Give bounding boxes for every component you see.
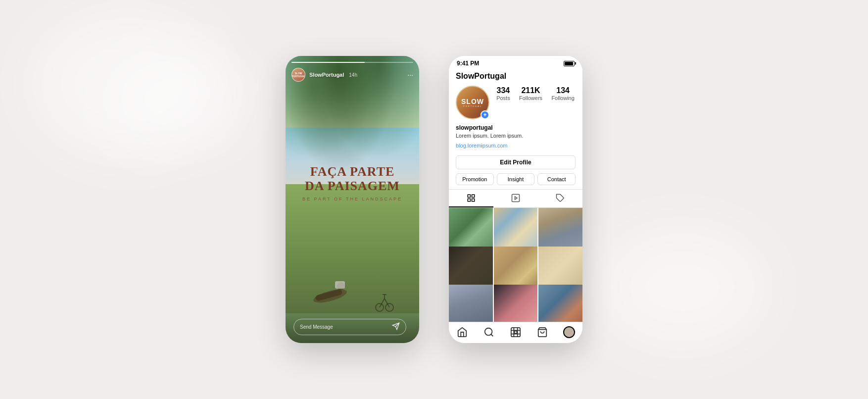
nav-profile[interactable] [556,326,582,338]
grid-cell-4[interactable] [449,247,493,291]
story-send-message-field[interactable]: Send Message [293,319,406,335]
svg-point-21 [514,331,517,334]
story-progress-fill [291,62,365,63]
bio-link[interactable]: blog.loremipsum.com [456,143,508,149]
bio-text: Lorem ipsum. Lorem ipsum. [456,132,576,140]
tab-grid-icon[interactable] [449,190,493,207]
story-username: SlowPortugal [309,72,344,78]
stats-numbers: 334 Posts 211K Followers 134 Following [495,86,576,101]
svg-rect-3 [335,281,345,289]
nav-shop[interactable] [529,326,556,338]
tab-tag-icon[interactable] [538,190,582,207]
grid-cell-7[interactable] [449,285,493,322]
stat-posts: 334 Posts [496,86,510,101]
nav-reels[interactable] [502,326,529,338]
profile-actions: Promotion Insight Contact [456,173,576,185]
svg-rect-13 [472,195,475,198]
insight-button[interactable]: Insight [497,173,535,185]
bg-decoration-3 [596,226,769,349]
status-bar: 9:41 PM [449,56,582,69]
story-person-svg [305,271,355,311]
story-bottom-bar: Send Message [286,313,419,343]
svg-rect-12 [468,195,470,198]
stat-following-label: Following [551,95,574,101]
avatar-text: SLOW PORTUGAL [461,98,484,107]
grid-cell-3[interactable] [538,208,582,252]
promotion-button[interactable]: Promotion [456,173,494,185]
story-send-message-text: Send Message [300,324,333,330]
stat-followers-label: Followers [519,95,542,101]
story-send-icon [392,322,400,332]
story-text-content: FAÇA PARTE DA PAISAGEM BE PART OF THE LA… [286,165,419,201]
profile-phone: 9:41 PM SlowPortugal SLOW PORTUGAL [449,56,582,343]
stat-followers: 211K Followers [519,86,542,101]
grid-cell-1[interactable] [449,208,493,252]
profile-stats-row: SLOW PORTUGAL + 334 Posts 211K Followers [456,86,576,119]
status-time: 9:41 PM [457,60,479,67]
phones-container: SLOW PORTUGAL SlowPortugal 14h ··· FAÇA … [286,56,582,343]
story-top-bar: SLOW PORTUGAL SlowPortugal 14h ··· [286,56,419,85]
stat-following-number: 134 [551,86,574,95]
bg-decoration-2 [99,50,247,149]
svg-rect-20 [511,328,520,337]
nav-profile-circle [563,326,575,338]
tab-icons-row [449,189,582,208]
svg-point-18 [485,328,492,336]
tab-reels-icon[interactable] [493,190,538,207]
svg-rect-15 [472,199,475,201]
nav-search[interactable] [476,326,502,338]
status-icons [564,61,575,66]
story-avatar-inner: SLOW PORTUGAL [291,72,305,78]
photo-grid [449,208,582,322]
profile-name: SlowPortugal [456,72,576,81]
grid-cell-8[interactable] [494,285,538,322]
svg-line-19 [491,334,493,336]
profile-avatar-wrap: SLOW PORTUGAL + [456,86,489,119]
story-main-text: FAÇA PARTE DA PAISAGEM [295,165,409,193]
stat-posts-label: Posts [496,95,510,101]
grid-cell-2[interactable] [494,208,538,252]
stat-following: 134 Following [551,86,574,101]
avatar-portugal-text: PORTUGAL [461,105,484,107]
story-avatar[interactable]: SLOW PORTUGAL [291,68,305,82]
story-progress-bar [291,62,413,63]
grid-cell-6[interactable] [538,247,582,291]
profile-bio: slowportugal Lorem ipsum. Lorem ipsum. b… [449,124,582,153]
grid-cell-9[interactable] [538,285,582,322]
avatar-add-button[interactable]: + [481,110,489,119]
contact-button[interactable]: Contact [537,173,576,185]
bottom-nav [449,322,582,343]
story-sub-text: BE PART OF THE LANDSCAPE [295,197,409,201]
avatar-slow-text: SLOW [461,98,484,105]
battery-icon [564,61,575,66]
story-bike-svg [375,289,394,313]
grid-cell-5[interactable] [494,247,538,291]
story-phone: SLOW PORTUGAL SlowPortugal 14h ··· FAÇA … [286,56,419,343]
story-user-info: SLOW PORTUGAL SlowPortugal 14h ··· [291,68,413,82]
stat-posts-number: 334 [496,86,510,95]
svg-rect-14 [468,199,470,201]
stat-followers-number: 211K [519,86,542,95]
battery-fill [565,62,573,65]
bio-username: slowportugal [456,124,576,131]
edit-profile-button[interactable]: Edit Profile [456,155,576,169]
svg-rect-16 [512,195,520,202]
story-time: 14h [349,72,357,78]
story-more-icon[interactable]: ··· [407,71,413,79]
nav-home[interactable] [449,326,476,338]
profile-header: SlowPortugal SLOW PORTUGAL + 334 [449,69,582,124]
